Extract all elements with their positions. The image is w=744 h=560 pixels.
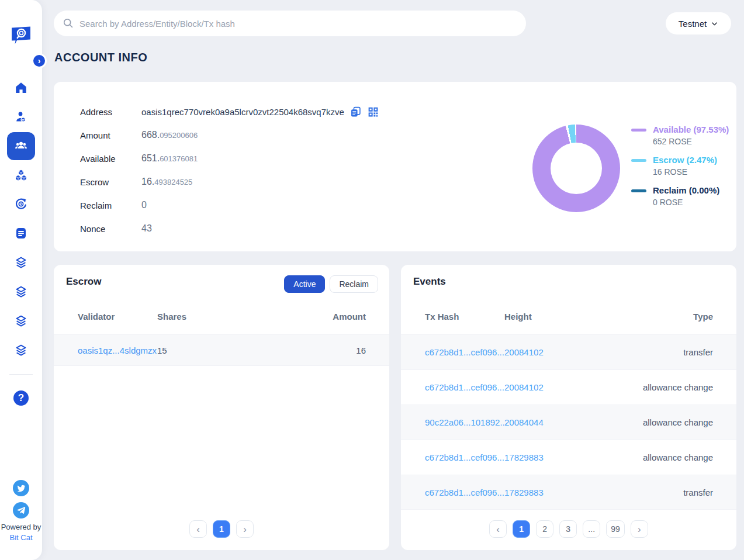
amount-integer: 668.: [141, 130, 160, 140]
next-page-button[interactable]: ›: [631, 520, 648, 538]
sidebar-item-transactions[interactable]: [7, 190, 35, 218]
tx-hash-link[interactable]: c672b8d1...cef096...: [425, 382, 504, 392]
height-link[interactable]: 20084102: [504, 347, 544, 357]
sidebar-item-help[interactable]: ?: [7, 384, 35, 412]
header-tx-hash: Tx Hash: [401, 312, 504, 322]
layers-icon: [14, 314, 28, 328]
tx-hash-link[interactable]: c672b8d1...cef096...: [425, 347, 504, 357]
available-fraction: 601376081: [160, 154, 198, 163]
page-button-99[interactable]: 99: [606, 520, 625, 538]
amount-label: Amount: [80, 130, 141, 140]
sidebar-item-paratime-1[interactable]: [7, 248, 35, 276]
tx-hash-link[interactable]: c672b8d1...cef096...: [425, 452, 504, 462]
sidebar-expand-button[interactable]: ›: [32, 53, 47, 68]
sidebar-item-proposals[interactable]: [7, 219, 35, 247]
legend-available-label: Available (97.53%): [653, 124, 729, 136]
network-selector[interactable]: Testnet: [666, 12, 731, 34]
search-input[interactable]: [79, 11, 518, 36]
escrow-fraction: 493824525: [154, 178, 192, 186]
help-icon: ?: [13, 390, 29, 406]
event-row: c672b8d1...cef096... 17829883 transfer: [401, 475, 736, 510]
reclaim-value: 0: [141, 200, 147, 210]
sidebar-item-paratime-4[interactable]: [7, 336, 35, 364]
twitter-link[interactable]: [13, 480, 29, 496]
validator-link[interactable]: oasis1qz...4sldgmzx: [78, 345, 157, 355]
field-escrow: Escrow 16.493824525: [80, 170, 192, 193]
sidebar-item-accounts[interactable]: [7, 132, 35, 160]
app-logo-icon[interactable]: [9, 22, 33, 46]
tab-active[interactable]: Active: [284, 275, 325, 293]
legend-available-value: 652 ROSE: [653, 136, 729, 147]
field-amount: Amount 668.095200606: [80, 123, 198, 147]
page-button-3[interactable]: 3: [559, 520, 577, 538]
page-button-2[interactable]: 2: [536, 520, 553, 538]
sidebar-item-validators[interactable]: [7, 103, 35, 131]
search-bar: [54, 11, 526, 36]
sidebar-item-blocks[interactable]: [7, 161, 35, 189]
type-cell: transfer: [625, 347, 736, 357]
escrow-panel: Escrow Active Reclaim Validator Shares A…: [54, 265, 389, 550]
copy-icon[interactable]: [349, 106, 362, 118]
escrow-integer: 16.: [141, 177, 154, 186]
height-link[interactable]: 17829883: [504, 488, 544, 497]
amount-cell: 16: [278, 345, 389, 355]
height-link[interactable]: 20084102: [504, 382, 544, 392]
event-row: c672b8d1...cef096... 17829883 allowance …: [401, 440, 736, 475]
escrow-swatch: [631, 159, 646, 162]
page-ellipsis-button[interactable]: ...: [583, 520, 600, 538]
prev-page-button[interactable]: ‹: [489, 520, 507, 538]
prev-page-button[interactable]: ‹: [189, 520, 207, 538]
sidebar-item-paratime-2[interactable]: [7, 278, 35, 306]
header-height: Height: [504, 312, 625, 322]
height-link[interactable]: 17829883: [504, 452, 544, 462]
account-info-card: Address oasis1qrec770vrek0a9a5lcrv0zvt22…: [54, 82, 736, 251]
events-table-header: Tx Hash Height Type: [401, 306, 736, 327]
page-button-1[interactable]: 1: [513, 520, 530, 538]
event-row: c672b8d1...cef096... 20084102 transfer: [401, 334, 736, 369]
legend-reclaim-value: 0 ROSE: [653, 196, 729, 208]
height-link[interactable]: 20084044: [504, 417, 544, 427]
events-pagination: ‹ 1 2 3 ... 99 ›: [401, 520, 736, 538]
sidebar-item-paratime-3[interactable]: [7, 307, 35, 335]
escrow-panel-title: Escrow: [66, 276, 101, 288]
blocks-cubes-icon: [14, 168, 28, 182]
header-amount: Amount: [278, 312, 389, 322]
twitter-icon: [17, 484, 26, 493]
next-page-button[interactable]: ›: [236, 520, 254, 538]
chevron-down-icon: [711, 20, 718, 27]
tx-hash-link[interactable]: 90c22a06...101892...: [425, 417, 507, 427]
shares-cell: 15: [157, 345, 278, 355]
type-cell: allowance change: [625, 452, 736, 462]
page-button-1[interactable]: 1: [213, 520, 230, 538]
tab-reclaim[interactable]: Reclaim: [330, 275, 378, 293]
tx-hash-link[interactable]: c672b8d1...cef096...: [425, 488, 504, 497]
history-cycle-icon: [14, 197, 28, 211]
escrow-pagination: ‹ 1 ›: [54, 520, 389, 538]
reclaim-label: Reclaim: [80, 201, 141, 210]
event-row: 90c22a06...101892... 20084044 allowance …: [401, 405, 736, 440]
legend-escrow-label: Escrow (2.47%): [653, 154, 729, 166]
layers-icon: [14, 343, 28, 357]
address-label: Address: [80, 107, 141, 117]
accounts-people-icon: [13, 139, 29, 154]
events-table: Tx Hash Height Type c672b8d1...cef096...…: [401, 306, 736, 510]
events-panel-title: Events: [413, 276, 446, 288]
qr-code-icon[interactable]: [367, 106, 379, 118]
escrow-table-row: oasis1qz...4sldgmzx 15 16: [54, 334, 389, 366]
layers-icon: [14, 285, 28, 299]
address-value: oasis1qrec770vrek0a9a5lcrv0zvt22504k68sv…: [141, 107, 344, 117]
page-title: ACCOUNT INFO: [54, 51, 147, 64]
sidebar-item-home[interactable]: [7, 74, 35, 102]
reclaim-swatch: [631, 189, 646, 192]
sidebar: ›: [0, 0, 42, 560]
header-validator: Validator: [54, 312, 157, 322]
sidebar-divider: [9, 374, 33, 375]
bitcat-link[interactable]: Bit Cat: [0, 533, 42, 542]
legend-reclaim-label: Reclaim (0.00%): [653, 185, 729, 196]
telegram-link[interactable]: [13, 502, 29, 518]
field-nonce: Nonce 43: [80, 217, 152, 240]
network-label: Testnet: [679, 19, 707, 29]
available-swatch: [631, 129, 646, 132]
field-reclaim: Reclaim 0: [80, 193, 147, 217]
nonce-value: 43: [141, 223, 152, 234]
